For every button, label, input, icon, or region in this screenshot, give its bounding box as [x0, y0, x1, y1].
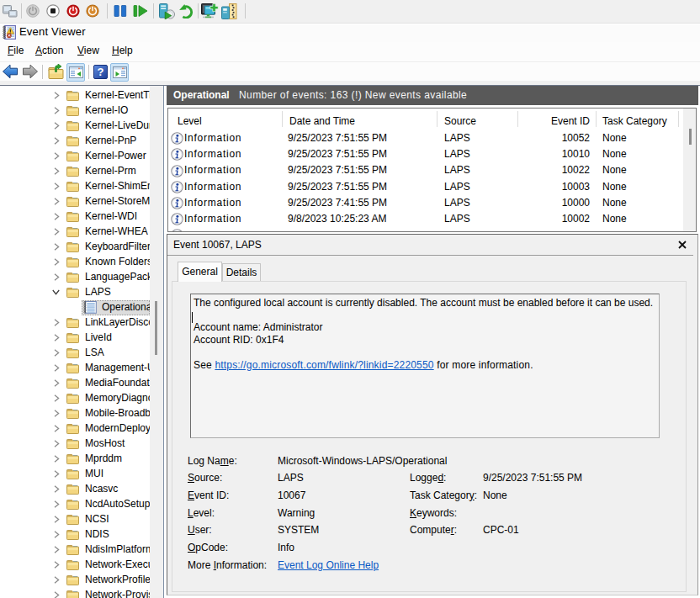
svg-text:?: ? — [98, 66, 104, 78]
